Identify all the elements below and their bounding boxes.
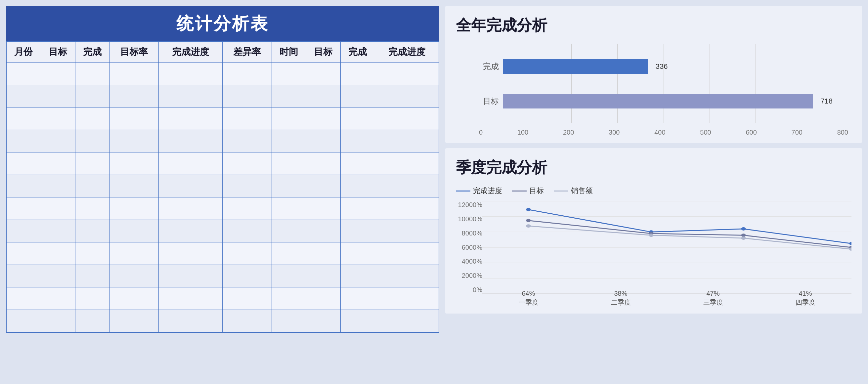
- table-cell: [41, 265, 75, 287]
- svg-point-7: [526, 208, 531, 211]
- table-cell: [272, 107, 306, 130]
- svg-point-16: [649, 233, 654, 237]
- table-cell: [110, 63, 159, 85]
- legend-line-target: [512, 191, 527, 192]
- y-label-2000: 2000%: [456, 272, 482, 280]
- table-cell: [340, 85, 375, 107]
- table-cell: [272, 153, 306, 175]
- table-cell: [340, 310, 375, 332]
- line-chart-svg: [482, 201, 851, 294]
- axis-label-500: 500: [700, 129, 711, 136]
- table-cell: [7, 130, 41, 153]
- table-cell: [159, 310, 223, 332]
- table-cell: [41, 63, 75, 85]
- table-cell: [223, 107, 272, 130]
- table-row: [7, 175, 439, 197]
- quarterly-chart-title: 季度完成分析: [456, 157, 851, 178]
- table-cell: [375, 85, 439, 107]
- table-cell: [110, 265, 159, 287]
- svg-point-10: [849, 242, 851, 245]
- table-cell: [375, 63, 439, 85]
- table-row: [7, 265, 439, 287]
- table-cell: [110, 310, 159, 332]
- col-target1: 目标: [41, 42, 75, 63]
- table-cell: [375, 265, 439, 287]
- table-cell: [340, 153, 375, 175]
- table-row: [7, 310, 439, 332]
- table-row: [7, 153, 439, 175]
- table-cell: [375, 220, 439, 243]
- table-cell: [223, 310, 272, 332]
- table-cell: [272, 130, 306, 153]
- bar-rows-container: 完成 336 目标 718: [479, 54, 848, 123]
- legend-target: 目标: [512, 186, 544, 196]
- bar-row-completion: 完成 336: [479, 59, 848, 74]
- table-row: [7, 63, 439, 85]
- table-cell: [7, 153, 41, 175]
- table-cell: [159, 220, 223, 243]
- x-name-q1: 一季度: [519, 298, 538, 307]
- svg-point-13: [741, 233, 746, 237]
- table-cell: [272, 310, 306, 332]
- x-axis-q4: 41% 四季度: [796, 290, 815, 307]
- table-cell: [110, 197, 159, 220]
- col-target2: 目标: [306, 42, 340, 63]
- table-cell: [41, 153, 75, 175]
- table-cell: [7, 287, 41, 310]
- table-cell: [41, 243, 75, 265]
- table-cell: [7, 197, 41, 220]
- table-cell: [75, 310, 110, 332]
- table-cell: [159, 175, 223, 197]
- table-cell: [110, 130, 159, 153]
- table-cell: [223, 287, 272, 310]
- bar-axis-labels: 0 100 200 300 400 500 600 700 800: [479, 129, 848, 136]
- col-progress2: 完成进度: [375, 42, 439, 63]
- table-cell: [41, 287, 75, 310]
- table-cell: [7, 85, 41, 107]
- table-cell: [110, 243, 159, 265]
- table-cell: [75, 107, 110, 130]
- bar-track-target: 718: [503, 94, 848, 108]
- axis-label-200: 200: [563, 129, 574, 136]
- y-label-6000: 6000%: [456, 244, 482, 251]
- col-month: 月份: [7, 42, 41, 63]
- table-cell: [159, 197, 223, 220]
- y-label-10000: 10000%: [456, 215, 482, 223]
- x-name-q3: 三季度: [703, 298, 723, 307]
- table-cell: [159, 85, 223, 107]
- table-cell: [375, 197, 439, 220]
- axis-label-0: 0: [479, 129, 483, 136]
- x-pct-q2: 38%: [614, 290, 627, 297]
- table-cell: [7, 63, 41, 85]
- table-cell: [340, 220, 375, 243]
- table-cell: [223, 243, 272, 265]
- legend-label-target: 目标: [529, 186, 544, 196]
- bar-fill-completion: 336: [503, 59, 648, 74]
- table-cell: [340, 175, 375, 197]
- axis-label-300: 300: [609, 129, 620, 136]
- table-cell: [75, 130, 110, 153]
- table-cell: [159, 265, 223, 287]
- x-axis-q3: 47% 三季度: [703, 290, 723, 307]
- charts-section: 全年完成分析 完成 336: [445, 6, 862, 314]
- line-chart-wrapper: 0% 2000% 4000% 6000% 8000% 10000% 12000%: [456, 201, 851, 307]
- table-cell: [272, 287, 306, 310]
- legend-line-sales: [554, 191, 568, 192]
- table-row: [7, 287, 439, 310]
- table-cell: [159, 287, 223, 310]
- table-cell: [272, 175, 306, 197]
- table-cell: [110, 287, 159, 310]
- col-complete1: 完成: [75, 42, 110, 63]
- bar-label-completion: 完成: [479, 61, 499, 72]
- table-cell: [306, 220, 340, 243]
- bar-row-target: 目标 718: [479, 94, 848, 108]
- bar-value-completion: 336: [656, 62, 668, 71]
- table-cell: [110, 85, 159, 107]
- col-target-rate: 目标率: [110, 42, 159, 63]
- table-cell: [272, 197, 306, 220]
- annual-bar-chart: 完成 336 目标 718: [456, 44, 851, 136]
- table-cell: [41, 85, 75, 107]
- svg-point-17: [741, 236, 746, 240]
- table-cell: [375, 243, 439, 265]
- table-cell: [375, 287, 439, 310]
